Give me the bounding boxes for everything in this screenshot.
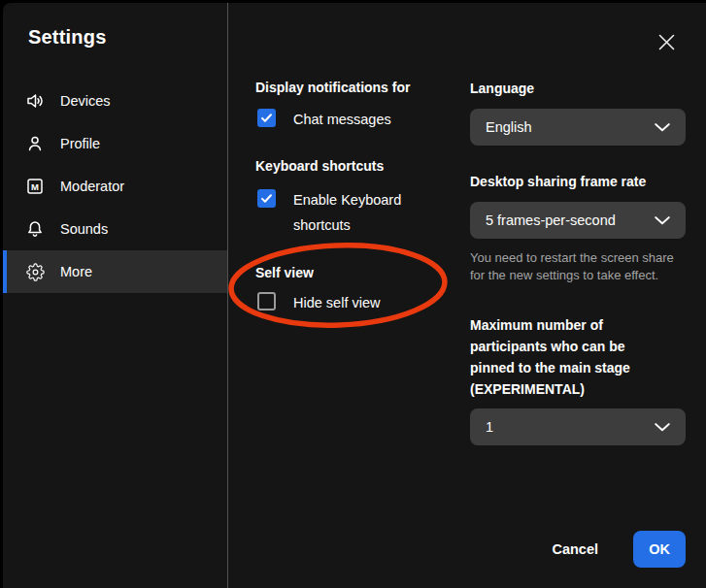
- ok-button[interactable]: OK: [633, 531, 686, 568]
- settings-dialog: Settings Devices Profile M Moderator: [3, 3, 706, 588]
- chat-messages-checkbox[interactable]: [257, 109, 276, 127]
- person-icon: [25, 134, 45, 153]
- notifications-heading: Display notifications for: [255, 80, 459, 95]
- sidebar-item-label: Profile: [60, 136, 100, 151]
- sidebar-item-profile[interactable]: Profile: [3, 122, 227, 165]
- moderator-icon: M: [25, 177, 45, 196]
- svg-text:M: M: [31, 181, 39, 192]
- frame-rate-heading: Desktop sharing frame rate: [470, 174, 686, 189]
- speaker-icon: [25, 91, 45, 111]
- cancel-button[interactable]: Cancel: [552, 541, 598, 557]
- hide-self-view-checkbox[interactable]: [257, 292, 276, 310]
- max-pinned-select[interactable]: 1: [470, 408, 686, 445]
- close-icon: [658, 34, 675, 50]
- keyboard-shortcuts-heading: Keyboard shortcuts: [255, 158, 459, 174]
- dialog-title: Settings: [28, 26, 107, 49]
- hide-self-view-label: Hide self view: [293, 290, 380, 315]
- check-icon: [260, 192, 273, 205]
- max-pinned-value: 1: [486, 419, 655, 435]
- frame-rate-select[interactable]: 5 frames-per-second: [470, 202, 686, 239]
- sidebar-nav: Devices Profile M Moderator Sounds: [3, 80, 227, 293]
- frame-rate-note: You need to restart the screen share for…: [470, 249, 689, 284]
- chevron-down-icon: [655, 423, 670, 432]
- more-tab-dropdown-settings: Language English Desktop sharing frame r…: [470, 3, 686, 445]
- gear-icon: [25, 262, 45, 281]
- more-tab-options: Display notifications for Chat messages …: [255, 3, 459, 315]
- chat-messages-option: Chat messages: [257, 107, 459, 132]
- close-button[interactable]: [655, 30, 678, 53]
- dialog-footer: Cancel OK: [552, 531, 686, 568]
- check-icon: [260, 112, 273, 124]
- sidebar-item-devices[interactable]: Devices: [3, 80, 227, 122]
- settings-sidebar: Settings Devices Profile M Moderator: [3, 3, 227, 588]
- sidebar-item-label: More: [60, 264, 92, 279]
- max-pinned-heading: Maximum number of participants who can b…: [470, 314, 664, 400]
- frame-rate-value: 5 frames-per-second: [486, 212, 655, 228]
- chat-messages-label: Chat messages: [293, 107, 391, 132]
- self-view-heading: Self view: [255, 265, 459, 280]
- language-heading: Language: [470, 81, 686, 96]
- bell-icon: [25, 219, 45, 239]
- sidebar-divider: [227, 3, 228, 588]
- sidebar-item-label: Devices: [60, 93, 111, 109]
- chevron-down-icon: [655, 216, 670, 225]
- enable-keyboard-shortcuts-checkbox[interactable]: [257, 189, 276, 208]
- hide-self-view-option: Hide self view: [257, 290, 459, 315]
- sidebar-item-label: Moderator: [60, 179, 124, 194]
- sidebar-item-moderator[interactable]: M Moderator: [3, 165, 227, 208]
- sidebar-item-more[interactable]: More: [3, 250, 227, 293]
- chevron-down-icon: [655, 123, 670, 132]
- language-select[interactable]: English: [470, 109, 686, 146]
- language-value: English: [486, 119, 655, 135]
- sidebar-item-label: Sounds: [60, 221, 108, 237]
- sidebar-item-sounds[interactable]: Sounds: [3, 208, 227, 250]
- enable-keyboard-shortcuts-label: Enable Keyboard shortcuts: [293, 187, 429, 238]
- enable-keyboard-shortcuts-option: Enable Keyboard shortcuts: [257, 187, 459, 238]
